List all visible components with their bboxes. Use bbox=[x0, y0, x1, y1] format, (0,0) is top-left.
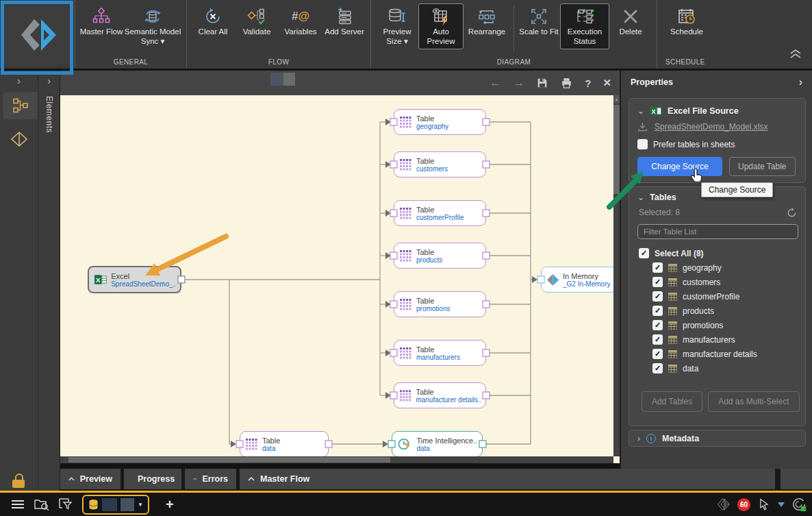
table-list-item[interactable]: ✓ manufacturer details bbox=[637, 347, 797, 361]
table-node-customerprofile[interactable]: TablecustomerProfile bbox=[394, 200, 486, 226]
tab-preview[interactable]: Preview bbox=[60, 469, 120, 489]
refresh-tables-button[interactable] bbox=[787, 208, 797, 221]
collapse-section-icon[interactable]: ⌄ bbox=[637, 106, 644, 116]
table-list-item[interactable]: ✓ promotions bbox=[637, 318, 797, 332]
connection-status-icon[interactable] bbox=[791, 497, 807, 512]
update-table-button[interactable]: Update Table bbox=[729, 157, 796, 176]
redo-button[interactable]: → bbox=[513, 76, 524, 90]
schedule-button[interactable]: Schedule bbox=[661, 4, 712, 37]
metadata-card[interactable]: › i Metadata bbox=[629, 430, 806, 447]
prefer-tables-label: Prefer tables in sheets bbox=[653, 140, 735, 149]
folder-search-icon[interactable] bbox=[34, 498, 49, 511]
delete-button[interactable]: Delete bbox=[609, 4, 652, 37]
select-all-checkbox[interactable]: ✓ bbox=[639, 248, 649, 258]
canvas-horizontal-scrollbar[interactable] bbox=[60, 456, 613, 463]
execution-status-button[interactable]: Execution Status bbox=[561, 4, 609, 49]
item-checkbox[interactable]: ✓ bbox=[652, 291, 663, 302]
table-list-item[interactable]: ✓ manufacturers bbox=[637, 332, 797, 347]
rearrange-button[interactable]: Rearrange bbox=[463, 4, 511, 37]
preview-size-button[interactable]: Preview Size ▾ bbox=[375, 4, 419, 46]
prefer-tables-checkbox[interactable] bbox=[637, 139, 648, 149]
elements-panel-label[interactable]: Elements bbox=[45, 96, 54, 133]
add-server-button[interactable]: Add Server bbox=[322, 4, 366, 37]
clear-all-button[interactable]: Clear All bbox=[191, 4, 235, 37]
add-multi-select-button[interactable]: Add as Multi-Select bbox=[708, 391, 799, 412]
table-list-item[interactable]: ✓ data bbox=[637, 361, 797, 376]
ribbon-collapse-button[interactable] bbox=[789, 48, 802, 62]
tab-progress[interactable]: Progress bbox=[124, 469, 181, 489]
lock-icon[interactable] bbox=[12, 474, 26, 489]
node-title: Excel bbox=[111, 272, 176, 280]
change-source-button[interactable]: Change Source bbox=[637, 157, 722, 176]
table-item-label: manufacturers bbox=[683, 335, 735, 345]
undo-button[interactable]: ← bbox=[490, 76, 501, 90]
preview-size-label: Preview Size ▾ bbox=[375, 27, 419, 46]
time-intelligence-node[interactable]: Time Intelligence...data bbox=[392, 431, 483, 457]
ribbon-group-general: Master Flow Semantic Model Sync ▾ GENERA… bbox=[75, 0, 187, 69]
add-tables-button[interactable]: Add Tables bbox=[642, 391, 702, 412]
variables-button[interactable]: #@ Variables bbox=[279, 4, 322, 37]
node-subtitle: data bbox=[262, 445, 280, 452]
auto-preview-button[interactable]: Auto Preview bbox=[419, 4, 463, 49]
table-list-icon bbox=[668, 307, 677, 315]
database-selector-dropdown[interactable]: ▼ bbox=[82, 495, 149, 515]
table-node-manufacturer-details[interactable]: Tablemanufacturer details... bbox=[394, 382, 486, 408]
tab-errors[interactable]: Errors bbox=[185, 469, 236, 489]
item-checkbox[interactable]: ✓ bbox=[652, 306, 663, 316]
print-button[interactable] bbox=[560, 77, 573, 89]
excel-source-node[interactable]: X Excel SpreadSheetDemo_... bbox=[88, 266, 181, 293]
item-checkbox[interactable]: ✓ bbox=[652, 320, 663, 330]
canvas-vertical-scrollbar[interactable]: ▲ bbox=[613, 95, 620, 456]
collapse-tables-icon[interactable]: ⌄ bbox=[637, 193, 644, 202]
in-memory-node[interactable]: In Memory_G2 In-Memory bbox=[541, 267, 618, 293]
select-all-row[interactable]: ✓ Select All (8) bbox=[637, 246, 797, 260]
menu-icon[interactable] bbox=[11, 500, 25, 509]
table-list-item[interactable]: ✓ customers bbox=[637, 275, 797, 289]
master-flow-button[interactable]: Master Flow bbox=[79, 4, 123, 37]
table-icon bbox=[400, 159, 412, 171]
elements-flow-tab[interactable] bbox=[3, 92, 38, 119]
app-logo-tile[interactable] bbox=[0, 0, 75, 69]
expand-toolbar-icon[interactable]: › bbox=[0, 71, 38, 86]
table-item-label: manufacturer details bbox=[683, 349, 757, 359]
schedule-icon bbox=[677, 7, 696, 26]
table-node-data[interactable]: Tabledata bbox=[240, 431, 329, 457]
collapse-panel-icon[interactable]: › bbox=[799, 76, 802, 88]
caret-down-blue-icon[interactable] bbox=[778, 502, 785, 507]
ribbon-group-diagram: Preview Size ▾ Auto Preview bbox=[371, 0, 657, 69]
scroll-up-icon[interactable]: ▲ bbox=[613, 95, 620, 103]
status-bar: ▼ + 60 bbox=[0, 491, 812, 516]
table-list-item[interactable]: ✓ customerProfile bbox=[637, 289, 797, 304]
table-node-customers[interactable]: Tablecustomers bbox=[394, 151, 486, 177]
table-node-products[interactable]: Tableproducts bbox=[394, 243, 486, 269]
item-checkbox[interactable]: ✓ bbox=[652, 262, 663, 273]
validate-button[interactable]: Validate bbox=[235, 4, 279, 37]
filter-view-icon[interactable] bbox=[59, 498, 73, 511]
table-node-manufacturers[interactable]: Tablemanufacturers bbox=[394, 340, 486, 366]
source-file-link[interactable]: SpreadSheetDemo_Model.xlsx bbox=[655, 122, 767, 132]
diagram-canvas[interactable]: X Excel SpreadSheetDemo_... Tablegeograp… bbox=[60, 95, 620, 463]
pointer-icon[interactable] bbox=[757, 497, 771, 511]
semantic-model-sync-button[interactable]: Semantic Model Sync ▾ bbox=[123, 4, 182, 46]
semantic-diamond-tab[interactable] bbox=[10, 130, 28, 148]
notification-badge[interactable]: 60 bbox=[737, 498, 750, 511]
download-icon[interactable] bbox=[637, 122, 648, 132]
table-list-item[interactable]: ✓ products bbox=[637, 304, 797, 318]
item-checkbox[interactable]: ✓ bbox=[652, 277, 663, 287]
item-checkbox[interactable]: ✓ bbox=[652, 349, 663, 359]
expand-metadata-icon[interactable]: › bbox=[637, 434, 640, 443]
scale-to-fit-button[interactable]: Scale to Fit bbox=[517, 4, 561, 37]
item-checkbox[interactable]: ✓ bbox=[652, 363, 663, 373]
add-server-icon bbox=[335, 8, 353, 25]
help-button[interactable]: ? bbox=[585, 77, 591, 89]
tab-master-flow[interactable]: Master Flow bbox=[240, 469, 775, 489]
item-checkbox[interactable]: ✓ bbox=[652, 334, 663, 345]
add-item-button[interactable]: + bbox=[166, 497, 174, 513]
table-list-item[interactable]: ✓ geography bbox=[637, 260, 797, 275]
filter-table-input[interactable] bbox=[637, 224, 798, 239]
save-button[interactable] bbox=[536, 77, 548, 89]
expand-elements-icon[interactable]: › bbox=[38, 71, 60, 86]
table-node-promotions[interactable]: Tablepromotions bbox=[394, 291, 486, 317]
close-flow-button[interactable]: ✕ bbox=[602, 77, 611, 89]
table-node-geography[interactable]: Tablegeography bbox=[394, 109, 486, 135]
